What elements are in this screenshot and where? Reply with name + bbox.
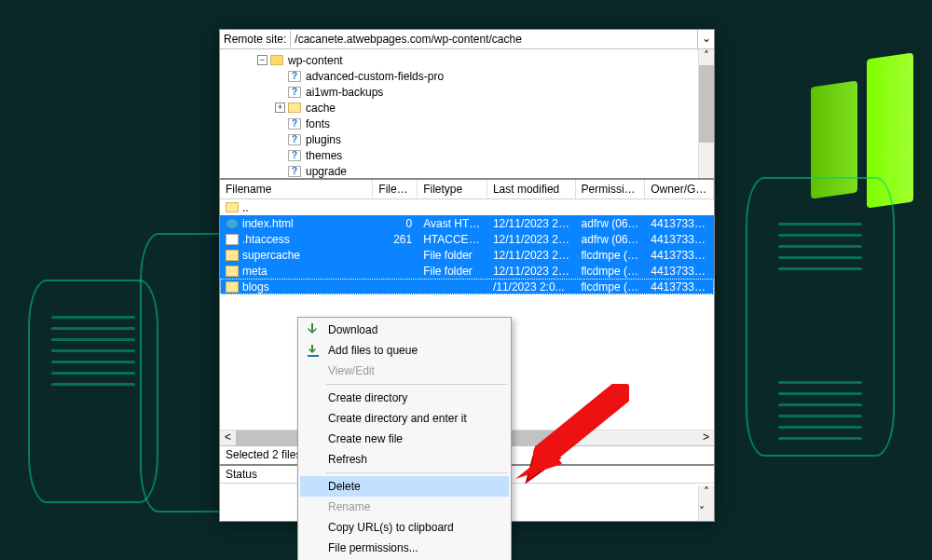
ctx-refresh[interactable]: Refresh — [300, 449, 509, 470]
column-filesize[interactable]: Filesize — [373, 180, 418, 198]
expand-icon[interactable]: + — [275, 102, 285, 113]
add-queue-icon — [306, 343, 321, 358]
tree-row[interactable]: themes — [222, 147, 712, 163]
tree-row[interactable]: upgrade — [222, 163, 712, 179]
context-menu: Download Add files to queue View/Edit Cr… — [297, 317, 512, 560]
file-row[interactable]: index.html 0 Avast HTM... 12/11/2023 2:0… — [220, 215, 714, 231]
unknown-folder-icon — [288, 134, 301, 145]
file-row[interactable]: blogs /11/2023 2:0... flcdmpe (0... 4413… — [220, 279, 714, 294]
folder-icon — [226, 266, 239, 277]
tree-row[interactable]: ai1wm-backups — [222, 84, 712, 100]
tree-row[interactable]: − wp-content — [222, 52, 712, 68]
column-modified[interactable]: Last modified — [487, 180, 576, 198]
unknown-folder-icon — [288, 118, 301, 130]
tree-row[interactable]: fonts — [222, 116, 712, 131]
file-row[interactable]: meta File folder 12/11/2023 2:0... flcdm… — [220, 263, 714, 279]
file-row[interactable]: supercache File folder 12/11/2023 2:0...… — [220, 247, 714, 263]
remote-site-input[interactable] — [291, 30, 697, 48]
scroll-left-icon[interactable]: < — [220, 430, 236, 445]
remote-site-dropdown-icon[interactable]: ⌄ — [697, 30, 714, 48]
tree-label: wp-content — [286, 54, 345, 67]
file-row[interactable]: .htaccess 261 HTACCESS ... 12/11/2023 2:… — [220, 231, 714, 247]
html-file-icon — [226, 218, 239, 229]
column-filename[interactable]: Filename — [220, 180, 373, 198]
folder-icon — [226, 281, 239, 293]
ctx-file-permissions[interactable]: File permissions... — [300, 538, 509, 558]
ctx-separator — [326, 384, 507, 385]
column-owner[interactable]: Owner/Grou — [645, 180, 714, 198]
ctx-view-edit: View/Edit — [300, 361, 509, 381]
svg-rect-0 — [308, 355, 319, 357]
tree-row[interactable]: advanced-custom-fields-pro — [222, 68, 712, 84]
ctx-rename: Rename — [300, 497, 509, 517]
column-filetype[interactable]: Filetype — [418, 180, 487, 198]
tree-label: fonts — [304, 117, 332, 130]
scroll-up-icon[interactable]: ˄ — [699, 485, 714, 501]
tree-label: ai1wm-backups — [304, 86, 385, 99]
scroll-right-icon[interactable]: > — [698, 430, 714, 445]
ctx-create-directory-enter[interactable]: Create directory and enter it — [300, 408, 509, 429]
status-scrollbar-vertical[interactable]: ˄ ˅ — [698, 485, 714, 521]
tree-row[interactable]: +cache — [222, 100, 712, 116]
remote-site-row: Remote site: ⌄ — [220, 30, 714, 49]
scroll-thumb[interactable] — [699, 65, 714, 143]
unknown-folder-icon — [288, 166, 301, 177]
directory-tree-pane: − wp-content advanced-custom-fields-proa… — [220, 49, 714, 180]
file-list-header: Filename Filesize Filetype Last modified… — [220, 180, 714, 199]
ctx-create-new-file[interactable]: Create new file — [300, 429, 509, 449]
collapse-icon[interactable]: − — [257, 55, 267, 65]
tree-row[interactable]: plugins — [222, 131, 712, 147]
tree-label: plugins — [304, 133, 343, 146]
tree-label: upgrade — [304, 165, 349, 178]
unknown-folder-icon — [288, 150, 301, 161]
folder-up-icon — [226, 202, 239, 212]
scroll-up-icon[interactable]: ˄ — [699, 49, 714, 65]
folder-icon — [226, 250, 239, 261]
folder-open-icon — [270, 55, 283, 65]
download-icon — [306, 322, 321, 337]
column-permissions[interactable]: Permissions — [576, 180, 646, 198]
updir-label: .. — [242, 201, 249, 214]
ctx-delete[interactable]: Delete — [300, 476, 509, 497]
ctx-add-to-queue[interactable]: Add files to queue — [300, 340, 509, 361]
tree-label: cache — [304, 102, 337, 115]
file-icon — [226, 234, 239, 245]
unknown-folder-icon — [288, 87, 301, 98]
remote-site-label: Remote site: — [220, 31, 291, 48]
file-row-updir[interactable]: .. — [220, 199, 714, 215]
ctx-separator — [326, 472, 507, 473]
tree-label: advanced-custom-fields-pro — [304, 70, 445, 83]
ctx-download[interactable]: Download — [300, 320, 509, 340]
scroll-down-icon[interactable]: ˅ — [699, 505, 705, 521]
folder-icon — [288, 102, 301, 113]
tree-label: themes — [304, 149, 344, 162]
unknown-folder-icon — [288, 71, 301, 82]
tree-scrollbar-vertical[interactable]: ˄ — [698, 49, 714, 178]
file-list: .. index.html 0 Avast HTM... 12/11/2023 … — [220, 199, 714, 294]
ctx-copy-url[interactable]: Copy URL(s) to clipboard — [300, 517, 509, 538]
ctx-create-directory[interactable]: Create directory — [300, 388, 509, 408]
